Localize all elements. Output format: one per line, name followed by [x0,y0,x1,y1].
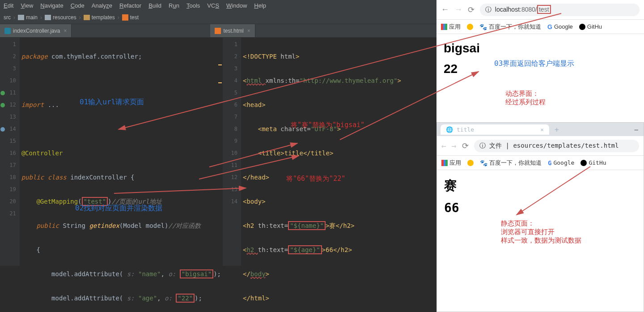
bookmark-google[interactable]: GGoogle [548,159,574,167]
annotation-replace2: 将"66"替换为"22" [286,175,345,183]
output-name-static: 赛 [444,177,636,194]
close-icon[interactable]: × [540,126,544,133]
bookmarks-bar: 应用 🐾百度一下，你就知道 GGoogle GitHu [437,156,644,170]
new-tab-button[interactable]: + [555,125,559,134]
line-numbers-left: 123 101112 131415 161718 192021 [5,38,19,266]
folder-icon [45,15,51,20]
menu-build[interactable]: Build [148,2,161,9]
gutter-icons [0,38,5,266]
watermark: 知乎 @bigsai [562,291,635,305]
close-icon[interactable]: × [64,28,67,34]
attr-22: "22" [176,294,195,303]
reload-button[interactable]: ⟳ [462,141,469,150]
annotation-02: 02找到对应页面并渲染数据 [75,204,162,213]
bookmark-github[interactable]: GitHu [580,159,606,166]
breadcrumb-main[interactable]: main [26,14,38,21]
breadcrumb-resources[interactable]: resources [53,14,76,21]
annotation-replace1: 将"赛"替换为"bigsai" [291,121,364,129]
menu-help[interactable]: Help [254,2,266,9]
close-icon[interactable]: × [247,28,250,34]
html-file-icon [122,14,128,21]
bookmark-github[interactable]: GitHu [579,23,602,30]
output-name: bigsai [444,41,637,56]
menu-edit[interactable]: EEditdit [4,2,13,9]
back-button[interactable]: ← [441,5,449,14]
menu-tools[interactable]: Tools [186,2,200,9]
reload-button[interactable]: ⟳ [468,5,475,15]
run-gutter-icon[interactable] [0,91,5,95]
menu-vcs[interactable]: VCS [207,2,219,9]
minimize-icon[interactable]: — [635,126,638,133]
tab-indexcontroller[interactable]: indexController.java × [0,24,72,37]
menu-navigate[interactable]: Navigate [40,2,63,9]
bookmarks-bar: 应用 🐾百度一下，你就知道 GGoogle GitHu [436,20,644,34]
bookmark-baidu[interactable]: 🐾百度一下，你就知道 [479,23,541,31]
breadcrumb-test[interactable]: test [130,14,139,21]
breadcrumb-templates[interactable]: templates [92,14,115,21]
browser-toolbar: ← → ⟳ ⓘ localhost:8080/test [436,0,644,20]
editor-left[interactable]: 123 101112 131415 161718 192021 package … [0,38,223,266]
annotation-03: 03界面返回给客户端显示 [494,59,574,68]
bookmark-google[interactable]: GGoogle [547,23,573,30]
run-gutter-icon[interactable] [0,103,5,107]
th-name: "${name}" [288,221,326,230]
back-button[interactable]: ← [441,141,446,150]
code-right[interactable]: <!DOCTYPE html> <html xmlns:th="http://w… [241,38,436,266]
breadcrumb: src› main› resources› templates› test [4,14,139,21]
annotation-dynamic: 动态界面：经过系列过程 [505,90,546,107]
browser-tab[interactable]: 🌐title × [441,124,549,135]
forward-button[interactable]: → [454,5,462,14]
bookmark-item[interactable] [467,160,474,166]
attr-bigsai: "bigsai" [180,269,213,278]
menu-code[interactable]: Code [71,2,85,9]
address-bar[interactable]: ⓘ 文件 | esources/templates/test.html [474,140,639,152]
menu-view[interactable]: View [21,2,33,9]
menu-run[interactable]: Run [169,2,179,9]
browser-toolbar: ← → ⟳ ⓘ 文件 | esources/templates/test.htm… [437,136,644,156]
folder-icon [18,15,24,20]
browser-static: 🌐title × + — ← → ⟳ ⓘ 文件 | esources/templ… [436,122,644,312]
address-bar[interactable]: ⓘ localhost:8080/test [480,4,640,16]
override-icon[interactable] [0,127,5,132]
tab-test-html[interactable]: test.html × [210,24,255,37]
bookmark-item[interactable] [467,24,473,30]
html-file-icon [215,28,221,34]
menu-analyze[interactable]: Analyze [92,2,112,9]
editor-right[interactable]: 123 456 789 101112 1314 <!DOCTYPE html> … [223,38,436,266]
bookmark-apps[interactable]: 应用 [441,159,461,167]
code-left[interactable]: package com.thymleaf.controller; import … [20,38,223,266]
bookmark-apps[interactable]: 应用 [441,23,461,31]
java-file-icon [4,28,11,34]
menu-refactor[interactable]: Refactor [119,2,141,9]
bookmark-baidu[interactable]: 🐾百度一下，你就知道 [480,159,542,167]
annotation-static: 静态页面：浏览器可直接打开样式一致，数据为测试数据 [501,219,581,245]
menu-window[interactable]: Window [226,2,247,9]
line-numbers-right: 123 456 789 101112 1314 [223,38,241,266]
browser-tabbar: 🌐title × + — [437,123,644,136]
forward-button[interactable]: → [452,141,457,150]
th-age: "${age}" [288,245,322,254]
output-age-static: 66 [444,201,636,215]
breadcrumb-src[interactable]: src [4,14,11,21]
annotation-01: 01输入url请求页面 [80,98,144,107]
folder-icon [84,15,90,20]
